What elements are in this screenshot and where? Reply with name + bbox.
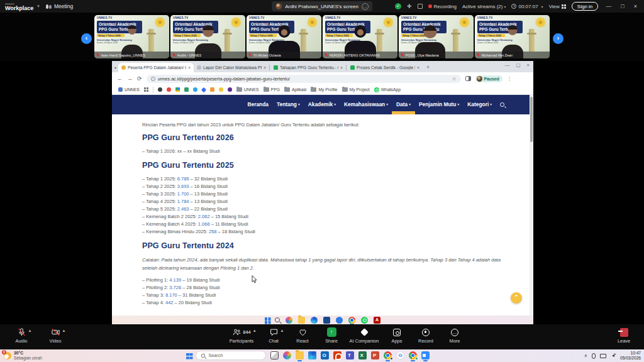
count-link[interactable]: 3.726 <box>169 285 181 290</box>
zoom-workplace-logo[interactable]: zoom Workplace <box>5 2 33 11</box>
count-link[interactable]: 1.784 <box>177 199 189 204</box>
browser-scrollbar[interactable] <box>530 95 533 315</box>
outlook-icon[interactable] <box>321 351 329 359</box>
edge-icon[interactable] <box>308 351 316 359</box>
bookmark-whatsapp[interactable]: WhatsApp <box>374 87 401 92</box>
photos-icon[interactable] <box>286 317 292 324</box>
edge-icon[interactable] <box>311 317 318 324</box>
count-link[interactable]: 258 <box>209 229 217 234</box>
bookmark-folder-ppg[interactable]: PPG <box>264 87 280 92</box>
video-tile[interactable]: UNNES.TV Orientasi AkademikPPG Guru Tert… <box>170 15 245 58</box>
taskbar-search[interactable]: Search <box>196 351 266 360</box>
close-button[interactable]: × <box>632 3 639 9</box>
tab-close-icon[interactable]: × <box>340 65 343 70</box>
shared-screen-pill[interactable]: Ardhi Prabowo_UNNES's screen … <box>272 1 372 11</box>
forward-button[interactable]: → <box>127 75 133 82</box>
pin-icon[interactable]: ✚ <box>407 3 412 9</box>
bookmark-folder-unnes[interactable]: UNNES <box>236 87 259 92</box>
tab-close-icon[interactable]: × <box>188 65 191 70</box>
nav-kemahasiswaan[interactable]: Kemahasiswaan▾ <box>344 95 388 114</box>
meeting-timer[interactable]: 00:07:07▾ <box>511 4 543 9</box>
app-dark-blue-icon[interactable] <box>323 317 330 324</box>
bookmark-folder-aplikasi[interactable]: Aplikasi <box>284 87 306 92</box>
count-link[interactable]: 442 <box>165 300 174 305</box>
copilot-icon[interactable] <box>283 351 291 359</box>
tray-mic-icon[interactable] <box>592 353 596 359</box>
nav-akademik[interactable]: Akademik▾ <box>308 95 336 114</box>
taskbar-clock[interactable]: 10:47 05/03/2026 <box>620 351 641 361</box>
globe-icon[interactable] <box>158 87 162 92</box>
more-button[interactable]: … More <box>440 327 469 344</box>
weather-widget[interactable]: 3 30°C Sebagian cerah <box>4 351 42 360</box>
chrome-icon[interactable] <box>348 317 355 324</box>
video-tile[interactable]: UNNES.TV Orientasi AkademikPPG Guru Tert… <box>323 15 397 58</box>
react-button[interactable]: React <box>288 327 317 344</box>
google-icon[interactable] <box>396 351 404 359</box>
count-link[interactable]: 1.700 <box>177 191 189 197</box>
tray-volume-muted-icon[interactable] <box>611 353 616 358</box>
meeting-tab[interactable]: Meeting <box>46 3 73 9</box>
address-bar[interactable]: unnes.ac.id/ppg/peserta/peserta-ppg-dala… <box>147 75 461 83</box>
count-link[interactable]: 2.062 <box>198 214 210 219</box>
app-blue-icon[interactable] <box>336 317 343 324</box>
start-button[interactable] <box>186 353 189 356</box>
scroll-to-top-button[interactable]: ⌃ <box>511 292 522 304</box>
video-tile[interactable]: UNNES.TV Orientasi AkademikPPG Guru Tert… <box>94 15 169 58</box>
participants-button[interactable]: 844 ▲ Participants <box>224 327 259 344</box>
video-button[interactable]: ▲ Video <box>39 327 72 344</box>
count-link[interactable]: 3.693 <box>177 184 189 189</box>
file-explorer-icon[interactable] <box>296 351 304 359</box>
audio-caret-icon[interactable]: ▲ <box>28 329 32 332</box>
maximize-button[interactable]: □ <box>619 3 626 9</box>
nav-penjamin-mutu[interactable]: Penjamin Mutu▾ <box>419 95 459 114</box>
tab-close-icon[interactable]: × <box>264 65 266 70</box>
telegram-icon[interactable] <box>193 87 197 92</box>
side-panel-icon[interactable] <box>465 76 471 81</box>
nav-kategori[interactable]: Kategori▾ <box>467 95 492 114</box>
m365-icon[interactable] <box>333 351 341 359</box>
teams-icon[interactable] <box>346 351 354 359</box>
reload-button[interactable]: ⟳ <box>137 75 142 82</box>
bookmark-star-icon[interactable]: ☆ <box>452 76 456 82</box>
orange-app-icon[interactable] <box>210 87 214 92</box>
browser-tab-active[interactable]: Peserta PPG Dalam Jabatan/ G… × <box>118 63 194 72</box>
gem-icon[interactable] <box>201 87 206 92</box>
browser-tab[interactable]: Proses Cetak Serdik - Google S… × <box>347 63 423 72</box>
ai-companion-button[interactable]: AI Companion <box>346 327 382 344</box>
filmstrip-next-button[interactable]: › <box>553 33 564 44</box>
video-tile[interactable]: UNNES.TV Orientasi AkademikPPG Guru Tert… <box>475 15 550 58</box>
sign-in-button[interactable]: Sign in <box>572 2 598 11</box>
apps-grid-icon[interactable] <box>144 87 148 92</box>
share-options-icon[interactable]: … <box>362 3 369 10</box>
video-tile[interactable]: UNNES.TV Orientasi AkademikPPG Guru Tert… <box>399 15 474 58</box>
chat-caret-icon[interactable]: ▲ <box>280 329 284 332</box>
count-link[interactable]: 4.139 <box>169 277 181 283</box>
nav-data[interactable]: Data▾ <box>396 95 411 114</box>
file-explorer-icon[interactable] <box>298 317 305 324</box>
task-view-icon[interactable] <box>270 351 279 359</box>
browser-close-button[interactable]: × <box>527 62 530 68</box>
bookmark-folder-my-project[interactable]: My Project <box>342 87 370 92</box>
count-link[interactable]: 1.066 <box>198 221 210 227</box>
security-shield-icon[interactable]: ✓ <box>395 3 401 9</box>
count-link[interactable]: 2.463 <box>177 206 189 212</box>
tray-display-icon[interactable] <box>600 354 606 358</box>
view-menu[interactable]: View <box>549 4 566 9</box>
chrome-work-icon[interactable] <box>384 351 392 359</box>
back-button[interactable]: ← <box>117 75 123 82</box>
yellow-app-icon[interactable] <box>219 87 223 92</box>
tab-search-caret-icon[interactable]: ▾ <box>114 65 116 70</box>
audio-button[interactable]: ▲ Audio <box>5 327 38 344</box>
minimize-button[interactable]: — <box>604 3 613 9</box>
fullscreen-icon[interactable] <box>418 4 423 9</box>
bookmark-unnes[interactable]: UNNES <box>118 87 140 92</box>
search-icon[interactable] <box>275 317 280 322</box>
participants-caret-icon[interactable]: ▲ <box>253 329 257 332</box>
recording-indicator[interactable]: Recording <box>428 4 457 9</box>
gmail-icon[interactable] <box>167 87 171 92</box>
browser-tab[interactable]: Tahapan PPG Guru Tertentu - G… × <box>270 63 346 72</box>
count-link[interactable]: 8.170 <box>165 292 177 298</box>
scrollbar-thumb[interactable] <box>530 97 533 142</box>
video-caret-icon[interactable]: ▲ <box>62 329 66 332</box>
tab-close-icon[interactable]: × <box>417 65 419 70</box>
